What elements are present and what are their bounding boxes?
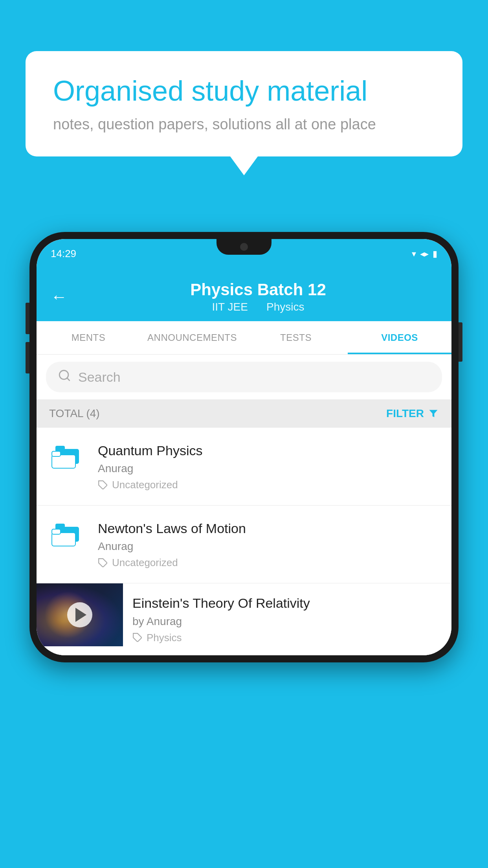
speech-bubble-section: Organised study material notes, question… [26,51,462,156]
status-time: 14:29 [51,248,76,260]
play-triangle [75,608,86,622]
volume-button [26,303,29,334]
folder-icon [51,444,83,472]
subtitle-physics: Physics [266,301,304,313]
video-title: Quantum Physics [98,442,440,459]
app-header: ← Physics Batch 12 IIT JEE Physics [37,268,451,321]
svg-rect-10 [52,533,75,546]
svg-rect-5 [52,455,75,468]
folder-icon-area [48,442,87,472]
svg-rect-11 [52,529,61,534]
phone-mockup: 14:29 ▾ ◂▸ ▮ ← Physics Batch 12 [29,232,459,662]
power-button [459,322,462,362]
total-count: TOTAL (4) [49,407,100,420]
camera [240,243,248,251]
video-tag-3: Physics [132,632,442,644]
tag-label-2: Uncategorized [112,557,178,569]
tab-videos[interactable]: VIDEOS [348,321,451,354]
filter-label: FILTER [386,407,424,420]
back-button[interactable]: ← [51,289,67,305]
tab-ments[interactable]: MENTS [37,321,140,354]
status-icons: ▾ ◂▸ ▮ [412,249,437,259]
filter-button[interactable]: FILTER [386,407,439,420]
bubble-title: Organised study material [53,75,435,107]
tab-announcements[interactable]: ANNOUNCEMENTS [140,321,244,354]
svg-marker-2 [429,410,438,417]
video-author-3: by Anurag [132,615,442,628]
tag-label: Uncategorized [112,479,178,491]
folder-icon-2 [51,522,83,550]
tabs-bar: MENTS ANNOUNCEMENTS TESTS VIDEOS [37,321,451,355]
video-info: Quantum Physics Anurag Uncategorized [98,442,440,491]
volume-button-2 [26,342,29,373]
phone-screen: 14:29 ▾ ◂▸ ▮ ← Physics Batch 12 [37,239,451,655]
list-item[interactable]: Newton's Laws of Motion Anurag Uncategor… [37,506,451,583]
video-list: Quantum Physics Anurag Uncategorized [37,428,451,655]
video-tag: Uncategorized [98,479,440,491]
video-author: Anurag [98,462,440,475]
video-author-2: Anurag [98,540,440,553]
status-bar: 14:29 ▾ ◂▸ ▮ [37,239,451,268]
list-item-thumb[interactable]: Einstein's Theory Of Relativity by Anura… [37,583,451,655]
phone-body: 14:29 ▾ ◂▸ ▮ ← Physics Batch 12 [29,232,459,662]
tab-tests[interactable]: TESTS [244,321,348,354]
folder-icon-area-2 [48,520,87,550]
filter-icon [428,408,439,419]
tag-icon [98,480,108,490]
tag-icon-2 [98,558,108,568]
play-button[interactable] [67,602,92,627]
search-input-placeholder[interactable]: Search [78,370,121,385]
video-title-2: Newton's Laws of Motion [98,520,440,537]
video-info-3: Einstein's Theory Of Relativity by Anura… [123,583,451,655]
bubble-subtitle: notes, question papers, solutions all at… [53,116,435,133]
subtitle-iit: IIT JEE [212,301,248,313]
tag-icon-3 [132,633,143,643]
phone-notch [216,239,272,255]
search-bar[interactable]: Search [46,362,442,392]
svg-rect-6 [52,451,61,456]
video-info-2: Newton's Laws of Motion Anurag Uncategor… [98,520,440,569]
svg-line-1 [67,378,70,381]
battery-icon: ▮ [433,249,437,259]
video-tag-2: Uncategorized [98,557,440,569]
header-title: Physics Batch 12 [79,280,437,299]
list-item[interactable]: Quantum Physics Anurag Uncategorized [37,428,451,506]
filter-bar: TOTAL (4) FILTER [37,399,451,428]
header-title-area: Physics Batch 12 IIT JEE Physics [79,280,437,313]
wifi-icon: ▾ [412,249,416,259]
header-subtitle: IIT JEE Physics [79,301,437,313]
search-icon [58,369,71,385]
video-title-3: Einstein's Theory Of Relativity [132,594,442,612]
signal-icon: ◂▸ [420,249,429,259]
speech-bubble: Organised study material notes, question… [26,51,462,156]
video-thumbnail [37,583,123,646]
search-bar-wrapper: Search [37,355,451,399]
tag-label-3: Physics [147,632,182,644]
